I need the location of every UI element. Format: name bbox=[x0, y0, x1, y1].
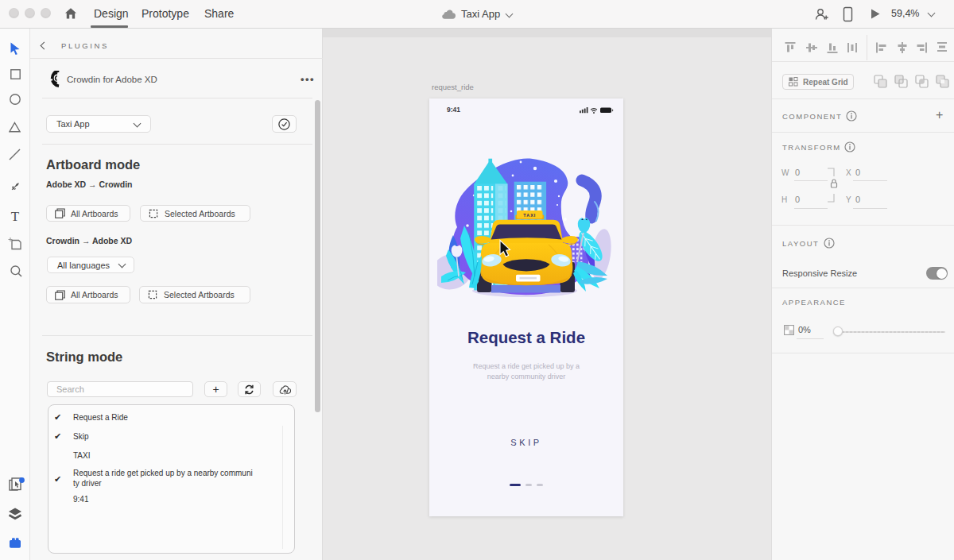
svg-text:TAXI: TAXI bbox=[523, 213, 536, 218]
